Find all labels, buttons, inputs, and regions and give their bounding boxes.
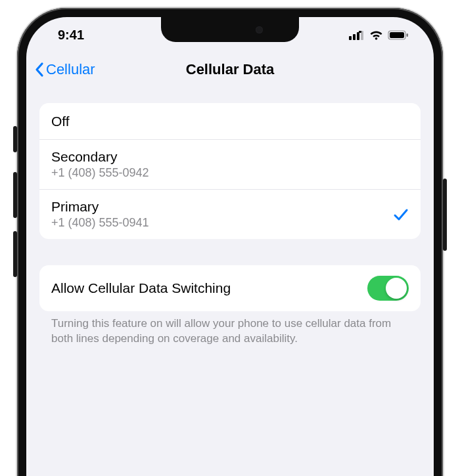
svg-rect-6 xyxy=(390,32,404,38)
battery-icon xyxy=(388,30,409,40)
phone-frame: 9:41 xyxy=(17,8,443,476)
back-label: Cellular xyxy=(46,61,95,78)
volume-up-button xyxy=(13,172,17,218)
wifi-icon xyxy=(369,30,383,40)
option-secondary[interactable]: Secondary +1 (408) 555-0942 xyxy=(39,140,421,190)
option-off[interactable]: Off xyxy=(39,103,421,140)
screen: 9:41 xyxy=(26,17,434,476)
chevron-left-icon xyxy=(34,62,45,77)
option-secondary-label: Secondary xyxy=(51,149,149,165)
svg-rect-0 xyxy=(349,36,352,40)
option-secondary-number: +1 (408) 555-0942 xyxy=(51,166,149,180)
allow-switching-label: Allow Cellular Data Switching xyxy=(51,280,231,296)
option-primary-label: Primary xyxy=(51,199,149,215)
switching-group: Allow Cellular Data Switching xyxy=(39,265,421,311)
allow-switching-toggle[interactable] xyxy=(367,276,409,301)
option-off-label: Off xyxy=(51,114,70,129)
data-line-selection-group: Off Secondary +1 (408) 555-0942 Primary … xyxy=(39,103,421,239)
volume-down-button xyxy=(13,231,17,277)
svg-rect-7 xyxy=(407,33,409,37)
option-primary[interactable]: Primary +1 (408) 555-0941 xyxy=(39,190,421,239)
status-icons xyxy=(349,30,409,40)
content: Off Secondary +1 (408) 555-0942 Primary … xyxy=(26,86,434,347)
mute-switch xyxy=(13,126,17,152)
cellular-signal-icon xyxy=(349,31,365,40)
back-button[interactable]: Cellular xyxy=(34,61,95,78)
page-title: Cellular Data xyxy=(186,61,275,78)
switching-footer: Turning this feature on will allow your … xyxy=(39,311,421,347)
nav-bar: Cellular Cellular Data xyxy=(26,53,434,86)
status-time: 9:41 xyxy=(58,28,84,43)
side-button xyxy=(443,179,447,251)
notch xyxy=(161,17,299,42)
option-primary-number: +1 (408) 555-0941 xyxy=(51,216,149,230)
svg-rect-1 xyxy=(353,34,356,40)
svg-rect-2 xyxy=(357,32,359,40)
toggle-knob xyxy=(386,278,407,299)
checkmark-icon xyxy=(393,207,409,222)
allow-switching-row[interactable]: Allow Cellular Data Switching xyxy=(39,265,421,311)
svg-rect-4 xyxy=(359,31,361,33)
